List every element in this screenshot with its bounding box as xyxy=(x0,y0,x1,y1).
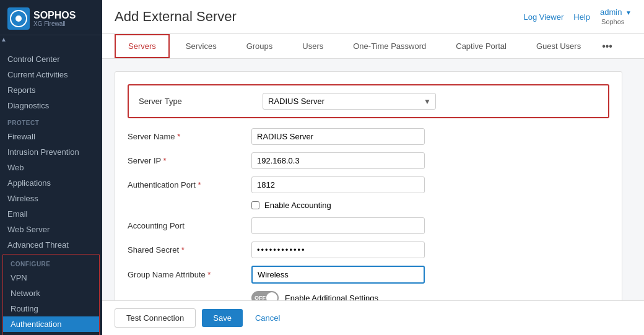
sidebar-item-email[interactable]: Email xyxy=(0,206,102,222)
sidebar: SOPHOS XG Firewall ▲ Control Center Curr… xyxy=(0,0,102,335)
admin-menu[interactable]: admin ▼ Sophos xyxy=(600,7,632,26)
cancel-button[interactable]: Cancel xyxy=(249,309,286,327)
group-name-row: Group Name Attribute xyxy=(128,266,609,284)
form-section: Server Type RADIUS Server LDAP Server Ac… xyxy=(115,71,622,300)
enable-accounting-checkbox[interactable] xyxy=(251,201,259,209)
sidebar-item-firewall[interactable]: Firewall xyxy=(0,129,102,144)
toggle-knob xyxy=(266,292,277,300)
main-area: Add External Server Log Viewer Help admi… xyxy=(102,0,644,335)
auth-port-input[interactable] xyxy=(251,176,425,193)
accounting-port-label: Accounting Port xyxy=(128,221,239,230)
tab-users[interactable]: Users xyxy=(289,34,337,58)
footer-bar: Test Connection Save Cancel xyxy=(102,300,644,335)
server-ip-label: Server IP xyxy=(128,156,239,165)
shared-secret-row: Shared Secret xyxy=(128,241,609,258)
server-name-row: Server Name xyxy=(128,128,609,145)
sidebar-item-web-server[interactable]: Web Server xyxy=(0,222,102,237)
enable-accounting-row: Enable Accounting xyxy=(251,201,609,210)
admin-section-label xyxy=(0,43,102,51)
group-name-input[interactable] xyxy=(251,266,425,284)
help-link[interactable]: Help xyxy=(573,12,590,22)
content-area: Server Type RADIUS Server LDAP Server Ac… xyxy=(102,59,644,300)
enable-accounting-label[interactable]: Enable Accounting xyxy=(264,201,331,210)
scroll-up-arrow[interactable]: ▲ xyxy=(0,35,7,43)
log-viewer-link[interactable]: Log Viewer xyxy=(523,12,564,22)
group-name-label: Group Name Attribute xyxy=(128,270,239,279)
configure-section-group: CONFIGURE VPN Network Routing Authentica… xyxy=(2,254,100,335)
tabs-bar: Servers Services Groups Users One-Time P… xyxy=(102,34,644,59)
enable-additional-row: OFF Enable Additional Settings xyxy=(251,291,609,300)
tab-services[interactable]: Services xyxy=(172,34,230,58)
tabs-more-button[interactable]: ••• xyxy=(597,35,617,58)
configure-section-label: CONFIGURE xyxy=(3,255,99,270)
sidebar-item-vpn[interactable]: VPN xyxy=(3,270,99,285)
enable-additional-label: Enable Additional Settings xyxy=(285,294,378,301)
tab-one-time-password[interactable]: One-Time Password xyxy=(339,34,440,58)
page-title: Add External Server xyxy=(115,9,237,25)
sophos-label: Sophos xyxy=(601,18,624,25)
sophos-logo-icon: SOPHOS XG Firewall xyxy=(7,7,76,30)
admin-dropdown-arrow: ▼ xyxy=(625,9,632,16)
auth-port-row: Authentication Port xyxy=(128,176,609,193)
shared-secret-input[interactable] xyxy=(251,241,425,258)
brand-name: SOPHOS xyxy=(33,11,76,20)
sidebar-item-routing[interactable]: Routing xyxy=(3,301,99,316)
sidebar-item-system-services[interactable]: System Services xyxy=(3,332,99,335)
sidebar-item-web[interactable]: Web xyxy=(0,160,102,175)
test-connection-button[interactable]: Test Connection xyxy=(115,308,196,328)
brand-sub: XG Firewall xyxy=(33,20,76,27)
server-type-select-wrapper: RADIUS Server LDAP Server Active Directo… xyxy=(263,93,436,110)
sidebar-item-current-activities[interactable]: Current Activities xyxy=(0,67,102,82)
accounting-port-row: Accounting Port xyxy=(128,217,609,234)
tab-guest-users[interactable]: Guest Users xyxy=(523,34,594,58)
enable-additional-toggle[interactable]: OFF xyxy=(251,291,279,300)
server-type-label: Server Type xyxy=(139,97,250,106)
sidebar-item-wireless[interactable]: Wireless xyxy=(0,191,102,206)
server-ip-input[interactable] xyxy=(251,152,425,169)
toggle-off-label: OFF xyxy=(255,295,266,300)
server-type-select[interactable]: RADIUS Server LDAP Server Active Directo… xyxy=(263,93,436,110)
tab-captive-portal[interactable]: Captive Portal xyxy=(442,34,520,58)
server-name-input[interactable] xyxy=(251,128,425,145)
sidebar-item-network[interactable]: Network xyxy=(3,285,99,301)
accounting-port-input[interactable] xyxy=(251,217,425,234)
tab-servers[interactable]: Servers xyxy=(115,34,170,58)
sidebar-item-applications[interactable]: Applications xyxy=(0,175,102,191)
tab-groups[interactable]: Groups xyxy=(233,34,287,58)
server-name-label: Server Name xyxy=(128,132,239,141)
sidebar-nav: ▲ Control Center Current Activities Repo… xyxy=(0,35,102,335)
sidebar-item-authentication[interactable]: Authentication xyxy=(3,316,99,332)
save-button[interactable]: Save xyxy=(202,309,243,327)
auth-port-label: Authentication Port xyxy=(128,180,239,189)
sidebar-item-diagnostics[interactable]: Diagnostics xyxy=(0,98,102,113)
sidebar-item-advanced-threat[interactable]: Advanced Threat xyxy=(0,237,102,253)
shared-secret-label: Shared Secret xyxy=(128,245,239,255)
topbar: Add External Server Log Viewer Help admi… xyxy=(102,0,644,34)
protect-section-label: PROTECT xyxy=(0,113,102,129)
sidebar-item-control-center[interactable]: Control Center xyxy=(0,51,102,67)
server-ip-row: Server IP xyxy=(128,152,609,169)
logo-area: SOPHOS XG Firewall xyxy=(0,0,102,35)
sidebar-item-intrusion-prevention[interactable]: Intrusion Prevention xyxy=(0,144,102,160)
topbar-actions: Log Viewer Help admin ▼ Sophos xyxy=(523,7,632,26)
sidebar-item-reports[interactable]: Reports xyxy=(0,82,102,98)
server-type-group: Server Type RADIUS Server LDAP Server Ac… xyxy=(128,84,609,118)
